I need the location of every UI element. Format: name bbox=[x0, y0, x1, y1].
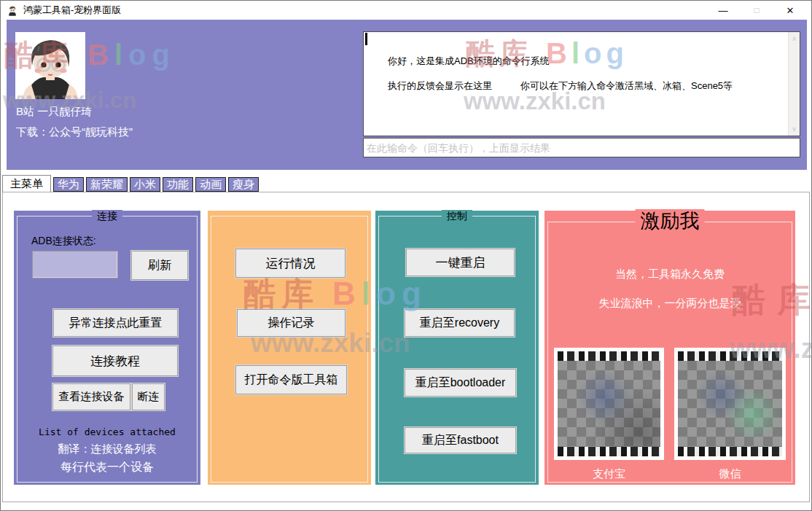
console-line-2: 执行的反馈会显示在这里 你可以在下方输入命令激活黑域、冰箱、Scene5等 bbox=[388, 79, 733, 93]
title-bar: 鸿蒙工具箱-宠粉界面版 — □ ✕ bbox=[1, 1, 811, 20]
translation-note: 翻译：连接设备列表 bbox=[14, 442, 200, 456]
bilibili-handle: B站 一只靓仔琦 bbox=[16, 105, 92, 119]
console-scrollbar[interactable]: ∧ ∨ bbox=[788, 32, 800, 136]
control-panel-title: 控制 bbox=[442, 210, 472, 222]
reboot-recovery-button[interactable]: 重启至recovery bbox=[405, 309, 515, 337]
connect-panel-title: 连接 bbox=[92, 210, 122, 222]
author-avatar bbox=[15, 32, 85, 99]
tab-main-menu[interactable]: 主菜单 bbox=[2, 175, 51, 192]
wechat-label: 微信 bbox=[674, 467, 786, 481]
alipay-qr-code bbox=[554, 348, 664, 460]
connection-tutorial-button[interactable]: 连接教程 bbox=[52, 346, 178, 376]
run-panel: 运行情况 操作记录 打开命令版工具箱 bbox=[208, 211, 371, 485]
qr-mosaic-blur bbox=[678, 361, 782, 447]
reboot-bootloader-button[interactable]: 重启至bootloader bbox=[405, 369, 516, 397]
adb-status-display[interactable] bbox=[32, 251, 118, 278]
qr-pattern-top bbox=[558, 351, 660, 361]
operation-log-button[interactable]: 操作记录 bbox=[237, 309, 346, 337]
refresh-button[interactable]: 刷新 bbox=[131, 251, 188, 280]
window-controls: — □ ✕ bbox=[706, 1, 807, 20]
reboot-fastboot-button[interactable]: 重启至fastboot bbox=[405, 427, 516, 453]
tab-slim[interactable]: 瘦身 bbox=[228, 177, 259, 192]
reset-connection-button[interactable]: 异常连接点此重置 bbox=[53, 309, 178, 337]
window-title: 鸿蒙工具箱-宠粉界面版 bbox=[23, 4, 121, 17]
tab-new-honor[interactable]: 新荣耀 bbox=[86, 177, 128, 192]
tab-bar: 主菜单 华为 新荣耀 小米 功能 动画 瘦身 bbox=[2, 176, 259, 192]
connect-panel: 连接 ADB连接状态: 刷新 异常连接点此重置 连接教程 查看连接设备 断连 L… bbox=[14, 211, 200, 485]
tab-huawei[interactable]: 华为 bbox=[53, 177, 84, 192]
qr-pattern-top bbox=[678, 351, 782, 361]
header-banner: B站 一只靓仔琦 下载：公众号“靓玩科技” 你好，这是集成ADB环境的命令行系统… bbox=[7, 20, 807, 170]
scroll-down-icon[interactable]: ∨ bbox=[789, 123, 800, 135]
donate-line-2: 失业流浪中，一分两分也是爱 bbox=[544, 297, 795, 311]
main-content: 连接 ADB连接状态: 刷新 异常连接点此重置 连接教程 查看连接设备 断连 L… bbox=[2, 192, 810, 502]
open-cli-toolbox-button[interactable]: 打开命令版工具箱 bbox=[235, 365, 347, 394]
wechat-qr-code bbox=[674, 348, 786, 460]
app-icon bbox=[7, 4, 18, 16]
donate-panel-title: 激励我 bbox=[636, 209, 705, 233]
per-line-note: 每行代表一个设备 bbox=[14, 460, 200, 475]
close-button[interactable]: ✕ bbox=[773, 1, 807, 20]
download-info: 下载：公众号“靓玩科技” bbox=[16, 125, 133, 139]
disconnect-button[interactable]: 断连 bbox=[132, 383, 165, 410]
qr-pattern-bottom bbox=[558, 447, 660, 456]
scroll-up-icon[interactable]: ∧ bbox=[789, 33, 800, 44]
view-devices-button[interactable]: 查看连接设备 bbox=[52, 383, 130, 410]
tab-animation[interactable]: 动画 bbox=[195, 177, 226, 192]
minimize-button[interactable]: — bbox=[706, 1, 740, 20]
donate-panel: 激励我 当然，工具箱永久免费 失业流浪中，一分两分也是爱 支付宝 微信 bbox=[544, 211, 795, 485]
console-line-1: 你好，这是集成ADB环境的命令行系统 bbox=[388, 55, 550, 68]
adb-status-label: ADB连接状态: bbox=[31, 235, 96, 248]
command-input-wrap bbox=[363, 138, 800, 157]
control-panel: 控制 一键重启 重启至recovery 重启至bootloader 重启至fas… bbox=[375, 211, 539, 485]
app-window: 鸿蒙工具箱-宠粉界面版 — □ ✕ B站 一只靓仔琦 bbox=[0, 0, 812, 511]
qr-pattern-bottom bbox=[678, 447, 782, 456]
alipay-qr-block: 支付宝 bbox=[554, 348, 664, 481]
maximize-button[interactable]: □ bbox=[740, 1, 773, 20]
donate-line-1: 当然，工具箱永久免费 bbox=[544, 268, 795, 281]
wechat-qr-block: 微信 bbox=[674, 348, 786, 481]
devices-attached-note: List of devices attached bbox=[14, 426, 200, 437]
qr-mosaic-blur bbox=[558, 361, 660, 447]
alipay-label: 支付宝 bbox=[554, 467, 664, 481]
tab-features[interactable]: 功能 bbox=[163, 177, 193, 192]
tab-xiaomi[interactable]: 小米 bbox=[130, 177, 160, 192]
console-output[interactable]: 你好，这是集成ADB环境的命令行系统 执行的反馈会显示在这里 你可以在下方输入命… bbox=[363, 31, 800, 136]
run-status-button[interactable]: 运行情况 bbox=[235, 249, 346, 278]
text-caret bbox=[365, 33, 367, 45]
command-input[interactable] bbox=[364, 139, 800, 157]
one-key-reboot-button[interactable]: 一键重启 bbox=[406, 249, 515, 276]
